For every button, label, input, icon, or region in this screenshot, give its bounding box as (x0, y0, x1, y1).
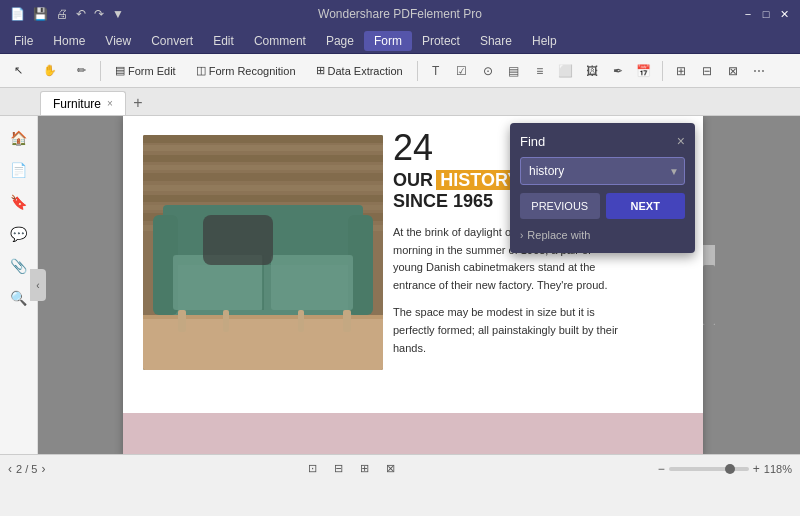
title-bar-icons: 📄 💾 🖨 ↶ ↷ ▼ (8, 5, 126, 23)
date-button[interactable]: 📅 (632, 59, 656, 83)
close-button[interactable]: ✕ (776, 6, 792, 22)
tab-bar: Furniture × + (0, 88, 800, 116)
checkbox-button[interactable]: ☑ (450, 59, 474, 83)
svg-rect-6 (143, 185, 383, 191)
menu-share[interactable]: Share (470, 31, 522, 51)
undo-icon[interactable]: ↶ (74, 5, 88, 23)
form-field-icons: T ☑ ⊙ ▤ ≡ ⬜ 🖼 ✒ 📅 (424, 59, 656, 83)
pdf-page: 24 OUR HISTORY SINCE 1965 At the brink o… (123, 116, 703, 454)
svg-rect-5 (143, 173, 383, 181)
distribute-btn[interactable]: ⊟ (695, 59, 719, 83)
list-button[interactable]: ≡ (528, 59, 552, 83)
zoom-thumb (725, 464, 735, 474)
customize-icon[interactable]: ▼ (110, 5, 126, 23)
svg-rect-4 (143, 165, 383, 170)
radio-button[interactable]: ⊙ (476, 59, 500, 83)
svg-rect-3 (143, 155, 383, 162)
cursor-icon: ↖ (14, 64, 23, 77)
maximize-button[interactable]: □ (758, 6, 774, 22)
form-action-icons: ⊞ ⊟ ⊠ ⋯ (669, 59, 771, 83)
two-page-scroll-button[interactable]: ⊠ (381, 459, 401, 479)
page-next-button[interactable]: › (41, 462, 45, 476)
zoom-out-button[interactable]: − (658, 462, 665, 476)
hand-tool-button[interactable]: ✋ (35, 58, 65, 84)
main-container: 🏠 📄 🔖 💬 📎 🔍 ‹ (0, 116, 800, 454)
continuous-view-button[interactable]: ⊟ (329, 459, 349, 479)
tab-order-btn[interactable]: ⊠ (721, 59, 745, 83)
bottom-left: ‹ 2 / 5 › (8, 462, 45, 476)
find-search-input[interactable] (520, 157, 685, 185)
minimize-button[interactable]: − (740, 6, 756, 22)
sidebar-home-icon[interactable]: 🏠 (5, 124, 33, 152)
edit-tool-button[interactable]: ✏ (69, 58, 94, 84)
page-prev-button[interactable]: ‹ (8, 462, 12, 476)
zoom-level: 118% (764, 463, 792, 475)
menu-comment[interactable]: Comment (244, 31, 316, 51)
document-tab[interactable]: Furniture × (40, 91, 126, 115)
menu-protect[interactable]: Protect (412, 31, 470, 51)
select-tool-button[interactable]: ↖ (6, 58, 31, 84)
separator3 (662, 61, 663, 81)
menu-bar: File Home View Convert Edit Comment Page… (0, 28, 800, 54)
form-edit-icon: ▤ (115, 64, 125, 77)
svg-rect-23 (298, 310, 304, 332)
svg-rect-18 (271, 255, 353, 310)
sidebar-bookmark-icon[interactable]: 🔖 (5, 188, 33, 216)
svg-rect-7 (143, 195, 383, 202)
tab-close-button[interactable]: × (107, 98, 113, 109)
bottom-zoom: − + 118% (658, 462, 792, 476)
redo-icon[interactable]: ↷ (92, 5, 106, 23)
tab-label: Furniture (53, 97, 101, 111)
save-icon[interactable]: 💾 (31, 5, 50, 23)
menu-form[interactable]: Form (364, 31, 412, 51)
menu-view[interactable]: View (95, 31, 141, 51)
align-btn[interactable]: ⊞ (669, 59, 693, 83)
sidebar-pages-icon[interactable]: 📄 (5, 156, 33, 184)
pencil-icon: ✏ (77, 64, 86, 77)
find-replace-section[interactable]: › Replace with (520, 227, 685, 243)
hand-icon: ✋ (43, 64, 57, 77)
sidebar-collapse-button[interactable]: ‹ (30, 269, 46, 301)
image-button[interactable]: 🖼 (580, 59, 604, 83)
find-replace-label: Replace with (527, 229, 590, 241)
menu-help[interactable]: Help (522, 31, 567, 51)
svg-rect-20 (203, 215, 273, 265)
body-paragraph-2: The space may be modest in size but it i… (393, 304, 623, 357)
text-field-button[interactable]: T (424, 59, 448, 83)
svg-rect-24 (343, 310, 351, 332)
single-page-view-button[interactable]: ⊡ (303, 459, 323, 479)
app-icon: 📄 (8, 5, 27, 23)
data-extraction-button[interactable]: ⊞ Data Extraction (308, 58, 411, 84)
sofa-image (143, 135, 383, 370)
menu-convert[interactable]: Convert (141, 31, 203, 51)
page-area: 24 OUR HISTORY SINCE 1965 At the brink o… (38, 116, 800, 454)
menu-edit[interactable]: Edit (203, 31, 244, 51)
zoom-slider[interactable] (669, 467, 749, 471)
print-icon[interactable]: 🖨 (54, 5, 70, 23)
form-recognition-button[interactable]: ◫ Form Recognition (188, 58, 304, 84)
combo-button[interactable]: ▤ (502, 59, 526, 83)
separator1 (100, 61, 101, 81)
signature-button[interactable]: ✒ (606, 59, 630, 83)
find-title: Find (520, 134, 545, 149)
find-previous-button[interactable]: PREVIOUS (520, 193, 600, 219)
sidebar-attachment-icon[interactable]: 📎 (5, 252, 33, 280)
menu-home[interactable]: Home (43, 31, 95, 51)
svg-rect-21 (178, 310, 186, 332)
new-tab-button[interactable]: + (126, 91, 150, 115)
title-bar: 📄 💾 🖨 ↶ ↷ ▼ Wondershare PDFelement Pro −… (0, 0, 800, 28)
sidebar-search-icon[interactable]: 🔍 (5, 284, 33, 312)
zoom-in-button[interactable]: + (753, 462, 760, 476)
push-button[interactable]: ⬜ (554, 59, 578, 83)
scrollbar-thumb[interactable] (703, 265, 715, 325)
menu-file[interactable]: File (4, 31, 43, 51)
two-page-view-button[interactable]: ⊞ (355, 459, 375, 479)
bottom-view-buttons: ⊡ ⊟ ⊞ ⊠ (303, 459, 401, 479)
find-close-button[interactable]: × (677, 133, 685, 149)
sidebar-comment-icon[interactable]: 💬 (5, 220, 33, 248)
find-next-button[interactable]: NEXT (606, 193, 686, 219)
more-btn[interactable]: ⋯ (747, 59, 771, 83)
form-edit-button[interactable]: ▤ Form Edit (107, 58, 184, 84)
menu-page[interactable]: Page (316, 31, 364, 51)
right-scrollbar[interactable] (703, 245, 715, 325)
